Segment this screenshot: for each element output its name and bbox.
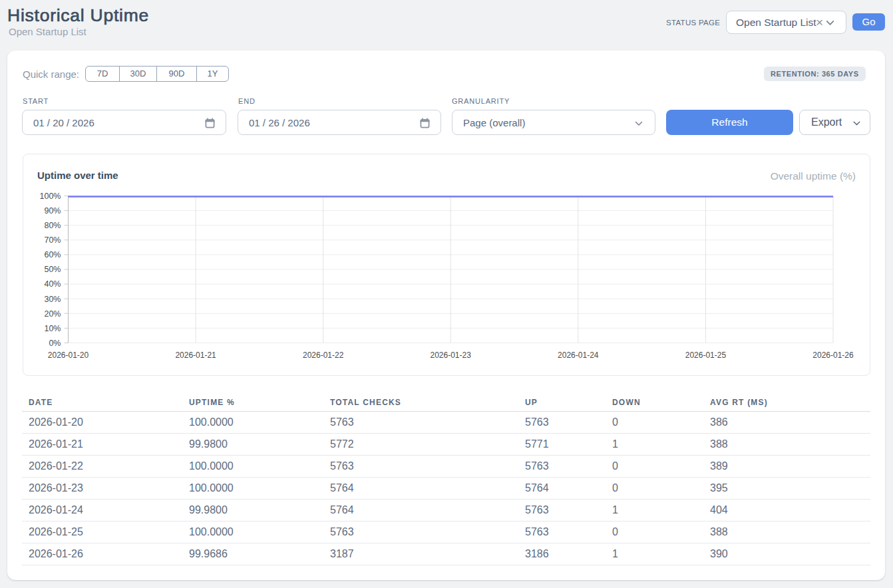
svg-text:40%: 40%: [44, 279, 61, 289]
svg-text:2026-01-24: 2026-01-24: [558, 351, 599, 360]
svg-text:2026-01-25: 2026-01-25: [685, 351, 727, 360]
svg-text:90%: 90%: [44, 206, 61, 216]
svg-text:100%: 100%: [40, 192, 61, 201]
svg-text:60%: 60%: [44, 250, 61, 259]
svg-text:2026-01-20: 2026-01-20: [48, 351, 89, 360]
svg-text:80%: 80%: [44, 221, 61, 230]
svg-text:2026-01-26: 2026-01-26: [812, 351, 854, 360]
svg-text:70%: 70%: [44, 235, 61, 245]
svg-text:20%: 20%: [44, 309, 61, 319]
svg-text:50%: 50%: [44, 265, 61, 274]
svg-text:30%: 30%: [44, 295, 61, 304]
svg-text:2026-01-22: 2026-01-22: [303, 351, 344, 360]
svg-text:2026-01-23: 2026-01-23: [431, 351, 472, 360]
svg-text:10%: 10%: [44, 324, 61, 333]
svg-text:2026-01-21: 2026-01-21: [175, 351, 216, 360]
svg-text:0%: 0%: [49, 339, 61, 348]
